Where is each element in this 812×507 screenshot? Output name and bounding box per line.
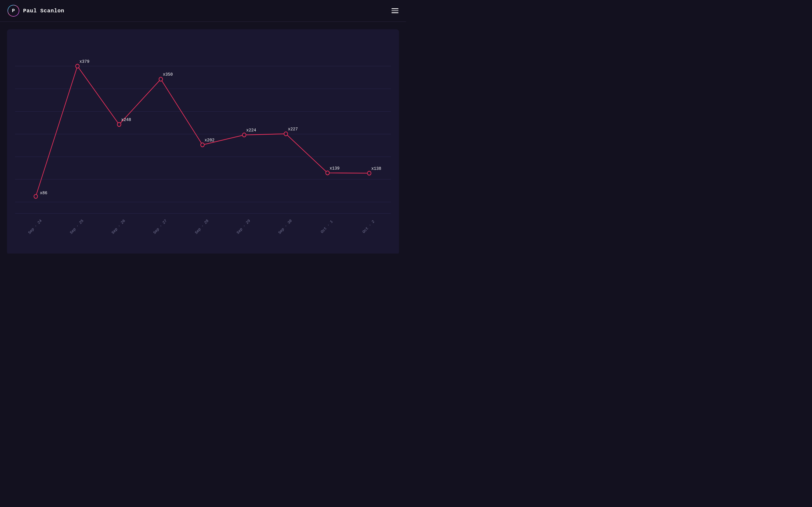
data-point-3 (159, 77, 162, 81)
site-title: Paul Scanlon (23, 8, 64, 14)
data-point-4 (201, 143, 204, 147)
x-label-6: Sep · 30 (277, 218, 293, 235)
header-left: P Paul Scanlon (7, 5, 64, 17)
data-point-2 (117, 123, 121, 127)
data-label-5: x224 (246, 128, 256, 133)
line-chart: x86 x379 x248 x350 x202 x224 x227 x139 (15, 38, 391, 242)
avatar: P (7, 5, 19, 17)
hamburger-line-3 (392, 12, 399, 13)
chart-container: x86 x379 x248 x350 x202 x224 x227 x139 (7, 29, 399, 253)
data-label-0: x86 (40, 190, 48, 195)
data-label-4: x202 (205, 138, 214, 143)
data-label-1: x379 (80, 59, 89, 64)
x-label-1: Sep · 25 (69, 218, 84, 235)
hamburger-line-1 (392, 8, 399, 9)
hamburger-line-2 (392, 10, 399, 11)
data-point-5 (243, 133, 246, 137)
x-label-8: Oct · 2 (362, 219, 375, 234)
x-label-2: Sep · 26 (111, 218, 126, 235)
data-point-6 (284, 132, 288, 136)
chart-line (36, 66, 369, 196)
data-label-8: x138 (371, 166, 381, 171)
x-label-4: Sep · 28 (194, 218, 209, 235)
x-label-5: Sep · 29 (236, 218, 251, 235)
data-label-3: x350 (163, 72, 173, 77)
site-header: P Paul Scanlon (0, 0, 406, 22)
data-point-1 (76, 64, 79, 68)
x-label-3: Sep · 27 (153, 218, 168, 235)
avatar-letter: P (12, 8, 15, 13)
chart-area: x86 x379 x248 x350 x202 x224 x227 x139 (15, 38, 391, 242)
menu-button[interactable] (392, 8, 399, 13)
data-label-6: x227 (288, 127, 298, 132)
data-label-7: x139 (329, 166, 340, 171)
data-point-7 (326, 171, 329, 175)
data-point-8 (367, 171, 371, 175)
data-label-2: x248 (121, 117, 131, 123)
data-point-0 (34, 194, 37, 199)
x-label-0: Sep · 24 (28, 218, 43, 235)
x-label-7: Oct · 1 (320, 219, 334, 234)
